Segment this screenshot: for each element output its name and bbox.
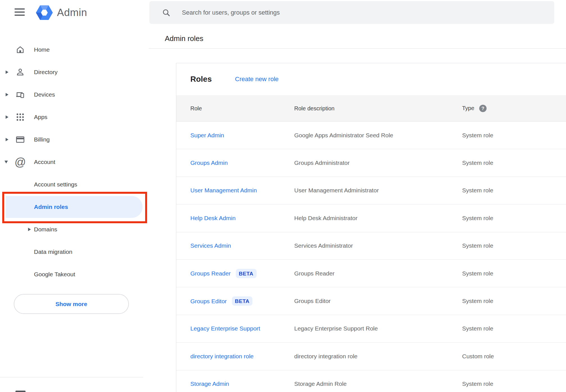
role-link[interactable]: Storage Admin — [190, 380, 229, 387]
roles-card: Roles Create new role Role Role descript… — [176, 63, 566, 392]
role-link[interactable]: Super Admin — [190, 132, 224, 139]
expand-right-icon[interactable] — [28, 228, 31, 231]
admin-hexagon-logo-icon — [36, 5, 53, 22]
role-type-cell: System role — [462, 159, 493, 166]
table-row: Groups AdminGroups AdministratorSystem r… — [176, 149, 566, 177]
role-description-cell: Storage Admin Role — [294, 380, 347, 387]
search-input[interactable] — [182, 1, 554, 24]
search-icon — [162, 8, 171, 17]
role-type-cell: System role — [462, 380, 493, 387]
table-row: Groups EditorBETAGroups EditorSystem rol… — [176, 287, 566, 315]
roles-card-header: Roles Create new role — [176, 63, 566, 95]
expand-right-icon[interactable] — [6, 93, 8, 96]
role-type-cell: System role — [462, 298, 493, 304]
role-link[interactable]: Groups Admin — [190, 159, 228, 166]
role-link[interactable]: Help Desk Admin — [190, 215, 236, 222]
beta-badge: BETA — [232, 297, 253, 306]
role-type-cell: System role — [462, 242, 493, 249]
role-type-cell: System role — [462, 325, 493, 332]
role-description-cell: Groups Reader — [294, 270, 335, 277]
table-row: Storage AdminStorage Admin RoleSystem ro… — [176, 370, 566, 392]
sidebar-item-label: Apps — [34, 114, 47, 120]
sidebar-item-label: Account — [34, 159, 55, 165]
sidebar-item-directory[interactable]: Directory — [0, 61, 143, 83]
role-type-cell: System role — [462, 132, 493, 139]
collapse-down-icon[interactable] — [4, 161, 8, 163]
table-row: User Management AdminUser Management Adm… — [176, 177, 566, 204]
roles-table-body: Super AdminGoogle Apps Administrator See… — [176, 122, 566, 392]
credit-card-icon — [15, 134, 26, 145]
search-bar[interactable] — [149, 1, 554, 24]
sidebar-item-google-takeout[interactable]: Google Takeout — [0, 263, 143, 286]
role-description-cell: User Management Administrator — [294, 187, 379, 194]
sidebar-item-label: Data migration — [34, 249, 72, 255]
role-link[interactable]: Services Admin — [190, 242, 231, 249]
sidebar-item-apps[interactable]: Apps — [0, 106, 143, 128]
sidebar-item-label: Directory — [34, 69, 58, 76]
table-row: Help Desk AdminHelp Desk AdministratorSy… — [176, 204, 566, 232]
table-row: Super AdminGoogle Apps Administrator See… — [176, 122, 566, 149]
sidebar-nav: HomeDirectoryDevicesAppsBilling@AccountA… — [0, 38, 143, 286]
at-sign-icon: @ — [15, 156, 26, 168]
role-description-cell: Legacy Enterprise Support Role — [294, 325, 378, 332]
role-cell: Storage Admin — [190, 380, 229, 387]
column-header-role: Role — [190, 105, 202, 111]
sidebar-item-account-settings[interactable]: Account settings — [0, 173, 143, 196]
sidebar: Admin HomeDirectoryDevicesAppsBilling@Ac… — [0, 0, 149, 392]
sidebar-item-label: Account settings — [34, 181, 77, 188]
home-icon — [15, 44, 26, 55]
expand-right-icon[interactable] — [6, 70, 8, 74]
sidebar-item-label: Home — [34, 46, 50, 53]
sidebar-item-home[interactable]: Home — [0, 38, 143, 61]
sidebar-item-domains[interactable]: Domains — [0, 218, 143, 241]
role-cell: Groups ReaderBETA — [190, 269, 257, 278]
role-cell: Services Admin — [190, 242, 231, 249]
apps-grid-icon — [15, 111, 26, 123]
sidebar-item-admin-roles[interactable]: Admin roles — [0, 196, 143, 218]
expand-right-icon[interactable] — [6, 115, 8, 119]
sidebar-item-label: Admin roles — [34, 204, 68, 210]
expand-right-icon[interactable] — [6, 138, 8, 141]
role-description-cell: Google Apps Administrator Seed Role — [294, 132, 393, 139]
role-link[interactable]: Groups Editor — [190, 298, 227, 304]
role-type-cell: System role — [462, 270, 493, 277]
sidebar-item-label: Billing — [34, 136, 50, 143]
sidebar-bottom-divider — [0, 377, 143, 377]
breadcrumb: Admin roles — [165, 34, 203, 43]
selected-item-pill — [6, 196, 143, 218]
sidebar-item-label: Devices — [34, 91, 55, 98]
role-link[interactable]: Legacy Enterprise Support — [190, 325, 260, 332]
role-description-cell: Help Desk Administrator — [294, 215, 357, 222]
help-icon[interactable]: ? — [479, 104, 487, 113]
sidebar-item-label: Domains — [34, 226, 57, 233]
column-header-role-description: Role description — [294, 105, 334, 111]
role-cell: Help Desk Admin — [190, 215, 236, 222]
sidebar-item-billing[interactable]: Billing — [0, 128, 143, 151]
menu-hamburger-icon[interactable] — [12, 6, 27, 19]
sidebar-item-devices[interactable]: Devices — [0, 83, 143, 106]
role-description-cell: Services Administrator — [294, 242, 353, 249]
svg-text:?: ? — [481, 106, 484, 111]
role-description-cell: directory integration role — [294, 353, 357, 360]
show-more-button[interactable]: Show more — [14, 294, 129, 314]
person-icon — [15, 67, 26, 78]
beta-badge: BETA — [236, 269, 257, 278]
clipped-bottom-icon — [15, 391, 26, 392]
table-row: Services AdminServices AdministratorSyst… — [176, 232, 566, 260]
table-header-row: Role Role description Type ? — [176, 95, 566, 122]
table-row: directory integration roledirectory inte… — [176, 343, 566, 370]
create-new-role-link[interactable]: Create new role — [235, 76, 279, 83]
sidebar-item-account[interactable]: @Account — [0, 151, 143, 173]
sidebar-item-label: Google Takeout — [34, 271, 75, 278]
role-link[interactable]: User Management Admin — [190, 187, 257, 194]
role-type-cell: System role — [462, 215, 493, 222]
app-title: Admin — [57, 7, 87, 19]
role-link[interactable]: Groups Reader — [190, 270, 231, 277]
sidebar-item-data-migration[interactable]: Data migration — [0, 241, 143, 263]
role-description-cell: Groups Editor — [294, 298, 331, 304]
role-cell: Groups EditorBETA — [190, 297, 252, 306]
role-description-cell: Groups Administrator — [294, 159, 350, 166]
role-link[interactable]: directory integration role — [190, 353, 254, 360]
column-header-type: Type ? — [462, 104, 487, 113]
roles-title: Roles — [190, 75, 212, 84]
